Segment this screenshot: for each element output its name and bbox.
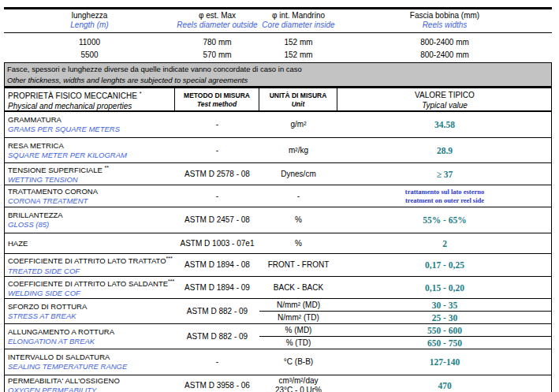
header-unit-it: UNITÀ DI MISURA	[259, 91, 337, 100]
unit-cell: FRONT - FRONT	[259, 254, 337, 276]
table-row: 5500 570 mm 152 mm 800-2400 mm	[4, 48, 552, 61]
property-cell: PERMEABILITA' ALL'OSSIGENO OXYGEN PERMEA…	[5, 375, 175, 392]
table-row: 11000 780 mm 152 mm 800-2400 mm	[4, 35, 552, 48]
properties-table-header: PROPRIETÀ FISICO MECCANICHE * Physical a…	[5, 87, 551, 112]
table-row: HAZE ASTM D 1003 - 07e1 % 2	[5, 233, 551, 254]
header-property: PROPRIETÀ FISICO MECCANICHE * Physical a…	[5, 88, 175, 111]
value-cell: trattamento sul lato esterno treatment o…	[337, 185, 552, 207]
header-value-it: VALORE TIPICO	[337, 90, 552, 100]
method-cell: ASTM D 3958 - 06	[175, 375, 259, 392]
unit-cell: %	[259, 207, 337, 233]
value-cell: 127-140	[337, 349, 552, 375]
header-length: lunghezza Length (m)	[4, 11, 175, 30]
header-value: VALORE TIPICO Typical value	[337, 88, 552, 111]
reels-table-header: lunghezza Length (m) φ est. Max Reels di…	[4, 9, 552, 33]
header-method: METODO DI MISURA Test method	[175, 88, 259, 111]
notice-text-it: Fasce, spessori e lunghezze diverse da q…	[7, 65, 551, 73]
method-cell: ASTM D 1894 - 09	[175, 277, 259, 298]
header-outside-diameter: φ est. Max Reels diameter outside	[175, 11, 259, 30]
reel-core-diameter: 152 mm	[259, 38, 337, 47]
md-td-subrows: N/mm² (MD) 30 - 35 N/mm² (TD) 25 - 30	[259, 299, 552, 323]
header-unit: UNITÀ DI MISURA Unit	[259, 88, 337, 111]
subrow-md: % (MD) 550 - 600	[259, 324, 552, 337]
header-outside-diameter-it: φ est. Max	[175, 11, 259, 21]
property-cell: HAZE	[5, 233, 175, 253]
property-cell: TRATTAMENTO CORONA CORONA TREATMENT	[5, 185, 175, 207]
value-cell: 470	[337, 375, 552, 392]
header-property-it: PROPRIETÀ FISICO MECCANICHE *	[8, 88, 174, 101]
unit-cell: N/mm² (MD)	[259, 299, 337, 311]
property-cell: TENSIONE SUPERFICIALE ** WETTING TENSION	[5, 163, 175, 185]
header-outside-diameter-en: Reels diameter outside	[175, 21, 259, 30]
value-cell: 0,15 - 0,20	[337, 277, 552, 298]
property-cell: ALLUNGAMENTO A ROTTURA ELONGATION AT BRE…	[5, 324, 175, 349]
md-td-subrows: % (MD) 550 - 600 % (TD) 650 - 750	[259, 324, 552, 349]
unit-cell: % (TD)	[259, 337, 337, 349]
reel-outside-diameter: 780 mm	[175, 38, 259, 47]
unit-cell: m²/kg	[259, 138, 337, 162]
value-cell: ≥ 37	[337, 163, 552, 185]
header-core-diameter: φ int. Mandrino Core diameter inside	[259, 11, 337, 30]
method-cell: ASTM D 2457 - 08	[175, 207, 259, 233]
header-reel-width-it: Fascia bobina (mm)	[337, 11, 552, 21]
property-cell: COEFFICIENTE DI ATTRITO LATO TRATTATO***…	[5, 254, 175, 276]
method-cell: -	[175, 349, 259, 375]
header-core-diameter-en: Core diameter inside	[259, 21, 337, 30]
unit-cell: Dynes/cm	[259, 163, 337, 185]
reel-width: 800-2400 mm	[337, 50, 552, 59]
method-cell: ASTM D 1894 - 08	[175, 254, 259, 276]
header-unit-en: Unit	[259, 100, 337, 109]
unit-cell: cm³/m²/day 23°C - 0 Ur%	[259, 375, 337, 392]
method-cell: -	[175, 138, 259, 162]
property-cell: GRAMMATURA GRAMS PER SQUARE METERS	[5, 112, 175, 137]
unit-cell: % (MD)	[259, 324, 337, 336]
header-core-diameter-it: φ int. Mandrino	[259, 11, 337, 21]
header-length-it: lunghezza	[4, 11, 175, 21]
header-method-en: Test method	[175, 100, 259, 109]
table-row: RESA METRICA SQUARE METER PER KILOGRAM -…	[5, 138, 551, 163]
table-row: COEFFICIENTE DI ATTRITO LATO SALDANTE***…	[5, 277, 551, 299]
method-cell: ASTM D 1003 - 07e1	[175, 233, 259, 253]
value-cell: 0,17 - 0,25	[337, 254, 552, 276]
property-cell: INTERVALLO DI SALDATURA SEALING TEMPERAT…	[5, 349, 175, 375]
header-reel-width: Fascia bobina (mm) Reels widths	[337, 11, 552, 30]
unit-cell: N/mm² (TD)	[259, 312, 337, 323]
notice-text-en: Other thickness, widths and lenghts are …	[7, 76, 551, 84]
method-cell: -	[175, 112, 259, 137]
table-row: ALLUNGAMENTO A ROTTURA ELONGATION AT BRE…	[5, 324, 551, 349]
property-cell: BRILLANTEZZA GLOSS (85)	[5, 207, 175, 233]
value-cell: 25 - 30	[337, 312, 552, 323]
table-row: SFORZO DI ROTTURA STRESS AT BREAK ASTM D…	[5, 299, 551, 324]
subrow-md: N/mm² (MD) 30 - 35	[259, 299, 552, 312]
header-method-it: METODO DI MISURA	[175, 91, 259, 100]
value-cell: 28.9	[337, 138, 552, 162]
method-cell: ASTM D 882 - 09	[175, 299, 259, 323]
table-row: GRAMMATURA GRAMS PER SQUARE METERS - g/m…	[5, 112, 551, 138]
header-reel-width-en: Reels widths	[337, 21, 552, 30]
value-cell: 550 - 600	[337, 324, 552, 336]
unit-cell: BACK - BACK	[259, 277, 337, 298]
property-cell: RESA METRICA SQUARE METER PER KILOGRAM	[5, 138, 175, 162]
datasheet-page: lunghezza Length (m) φ est. Max Reels di…	[0, 0, 559, 392]
table-row: BRILLANTEZZA GLOSS (85) ASTM D 2457 - 08…	[5, 207, 551, 233]
value-cell: 34.58	[337, 112, 552, 137]
method-cell: ASTM D 882 - 09	[175, 324, 259, 349]
table-row: TENSIONE SUPERFICIALE ** WETTING TENSION…	[5, 163, 551, 185]
table-row: COEFFICIENTE DI ATTRITO LATO TRATTATO***…	[5, 254, 551, 277]
header-value-en: Typical value	[337, 100, 552, 110]
value-cell: 30 - 35	[337, 299, 552, 311]
unit-cell: %	[259, 233, 337, 253]
value-cell: 55% - 65%	[337, 207, 552, 233]
reel-length: 11000	[4, 38, 175, 47]
unit-cell: °C (B-B)	[259, 349, 337, 375]
reels-table: lunghezza Length (m) φ est. Max Reels di…	[4, 7, 552, 61]
table-row: TRATTAMENTO CORONA CORONA TREATMENT - - …	[5, 185, 551, 207]
reel-outside-diameter: 570 mm	[175, 50, 259, 59]
value-cell: 650 - 750	[337, 337, 552, 349]
table-row: INTERVALLO DI SALDATURA SEALING TEMPERAT…	[5, 349, 551, 375]
table-row: PERMEABILITA' ALL'OSSIGENO OXYGEN PERMEA…	[5, 375, 551, 392]
reel-core-diameter: 152 mm	[259, 50, 337, 59]
properties-table: PROPRIETÀ FISICO MECCANICHE * Physical a…	[4, 87, 552, 392]
method-cell: -	[175, 185, 259, 207]
unit-cell: -	[259, 185, 337, 207]
